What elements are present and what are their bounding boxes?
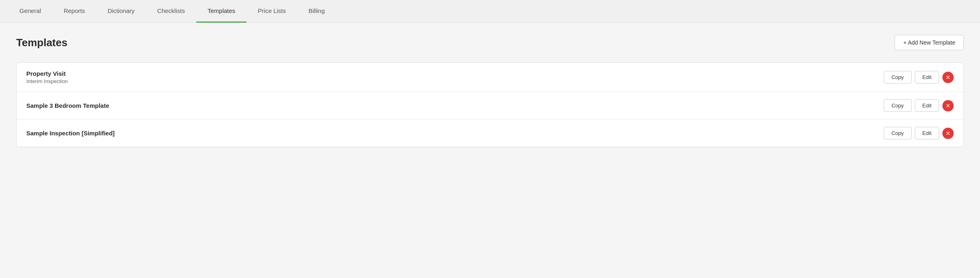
template-info: Sample Inspection [Simplified]: [26, 130, 884, 137]
template-actions: CopyEdit×: [884, 71, 954, 83]
table-row: Sample 3 Bedroom TemplateCopyEdit×: [17, 92, 963, 120]
page-title: Templates: [16, 36, 68, 49]
templates-list: Property VisitInterim InspectionCopyEdit…: [16, 62, 964, 147]
table-row: Property VisitInterim InspectionCopyEdit…: [17, 63, 963, 92]
delete-button[interactable]: ×: [942, 100, 954, 111]
tab-billing[interactable]: Billing: [297, 0, 336, 23]
template-name: Sample 3 Bedroom Template: [26, 102, 884, 109]
delete-button[interactable]: ×: [942, 72, 954, 83]
template-actions: CopyEdit×: [884, 99, 954, 112]
edit-button[interactable]: Edit: [915, 127, 939, 139]
nav-tabs: GeneralReportsDictionaryChecklistsTempla…: [0, 0, 980, 23]
add-new-template-button[interactable]: + Add New Template: [895, 35, 964, 50]
copy-button[interactable]: Copy: [884, 127, 911, 139]
tab-checklists[interactable]: Checklists: [146, 0, 196, 23]
edit-button[interactable]: Edit: [915, 99, 939, 112]
template-info: Property VisitInterim Inspection: [26, 70, 884, 84]
template-name: Sample Inspection [Simplified]: [26, 130, 884, 137]
tab-price-lists[interactable]: Price Lists: [246, 0, 297, 23]
delete-button[interactable]: ×: [942, 128, 954, 139]
tab-dictionary[interactable]: Dictionary: [96, 0, 146, 23]
table-row: Sample Inspection [Simplified]CopyEdit×: [17, 120, 963, 147]
template-actions: CopyEdit×: [884, 127, 954, 139]
main-content: Templates + Add New Template Property Vi…: [0, 23, 980, 276]
copy-button[interactable]: Copy: [884, 71, 911, 83]
page-header: Templates + Add New Template: [16, 35, 964, 50]
edit-button[interactable]: Edit: [915, 71, 939, 83]
template-subtitle: Interim Inspection: [26, 78, 884, 84]
template-name: Property Visit: [26, 70, 884, 77]
template-info: Sample 3 Bedroom Template: [26, 102, 884, 109]
tab-general[interactable]: General: [8, 0, 52, 23]
tab-templates[interactable]: Templates: [196, 0, 246, 23]
tab-reports[interactable]: Reports: [52, 0, 96, 23]
copy-button[interactable]: Copy: [884, 99, 911, 112]
